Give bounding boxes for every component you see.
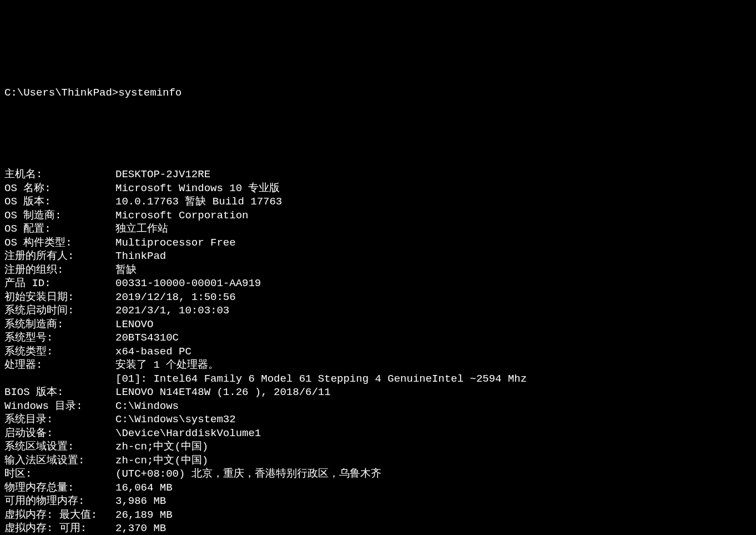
output-line: OS 版本:10.0.17763 暂缺 Build 17763 (4, 195, 752, 209)
output-line: 系统类型:x64-based PC (4, 345, 752, 359)
output-label: 物理内存总量: (4, 481, 115, 495)
output-label: OS 制造商: (4, 209, 115, 223)
output-value: 2,370 MB (115, 522, 166, 535)
output-line: 输入法区域设置:zh-cn;中文(中国) (4, 454, 752, 468)
output-line: 虚拟内存: 最大值:26,189 MB (4, 508, 752, 522)
terminal-output[interactable]: C:\Users\ThinkPad>systeminfo 主机名:DESKTOP… (4, 59, 752, 535)
output-line: 系统制造商:LENOVO (4, 318, 752, 332)
output-label: OS 名称: (4, 182, 115, 196)
output-line: Windows 目录:C:\Windows (4, 399, 752, 413)
output-value: ThinkPad (115, 249, 166, 263)
output-line: OS 名称:Microsoft Windows 10 专业版 (4, 182, 752, 196)
output-line: 系统区域设置:zh-cn;中文(中国) (4, 440, 752, 454)
output-label: 输入法区域设置: (4, 454, 115, 468)
output-value: zh-cn;中文(中国) (115, 440, 208, 454)
output-line: 物理内存总量:16,064 MB (4, 481, 752, 495)
output-line: OS 构件类型:Multiprocessor Free (4, 236, 752, 250)
output-line: 系统启动时间:2021/3/1, 10:03:03 (4, 304, 752, 318)
blank-line (4, 127, 752, 141)
output-value: zh-cn;中文(中国) (115, 454, 208, 468)
output-label: 启动设备: (4, 427, 115, 441)
output-line: 可用的物理内存:3,986 MB (4, 494, 752, 508)
command-prompt-line: C:\Users\ThinkPad>systeminfo (4, 86, 752, 100)
output-value: 独立工作站 (115, 222, 168, 236)
output-line: 注册的所有人:ThinkPad (4, 249, 752, 263)
output-value: 暂缺 (115, 263, 137, 277)
output-line: 产品 ID:00331-10000-00001-AA919 (4, 277, 752, 291)
output-line: 注册的组织:暂缺 (4, 263, 752, 277)
output-value: C:\Windows\system32 (115, 413, 236, 427)
output-label: 初始安装日期: (4, 291, 115, 304)
output-label: 处理器: (4, 358, 115, 372)
output-label: 可用的物理内存: (4, 494, 115, 508)
output-label: 注册的所有人: (4, 249, 115, 263)
output-value: Microsoft Corporation (115, 209, 248, 223)
output-line: 时区:(UTC+08:00) 北京，重庆，香港特别行政区，乌鲁木齐 (4, 467, 752, 481)
output-label: Windows 目录: (4, 399, 115, 413)
output-line: 启动设备:\Device\HarddiskVolume1 (4, 427, 752, 441)
output-label: 系统目录: (4, 413, 115, 427)
output-label: BIOS 版本: (4, 386, 115, 399)
output-label (4, 372, 115, 386)
prompt-text: C:\Users\ThinkPad>systeminfo (4, 86, 182, 100)
output-value: 3,986 MB (115, 494, 166, 508)
output-value: 10.0.17763 暂缺 Build 17763 (115, 195, 282, 209)
output-line: 初始安装日期:2019/12/18, 1:50:56 (4, 291, 752, 304)
output-label: OS 配置: (4, 222, 115, 236)
output-line: OS 制造商:Microsoft Corporation (4, 209, 752, 223)
output-value: DESKTOP-2JV12RE (115, 168, 210, 182)
output-value: 安装了 1 个处理器。 (115, 358, 219, 372)
output-label: 系统型号: (4, 331, 115, 345)
output-line: 虚拟内存: 可用:2,370 MB (4, 522, 752, 535)
output-label: 注册的组织: (4, 263, 115, 277)
output-line: 系统型号:20BTS4310C (4, 331, 752, 345)
output-value: LENOVO N14ET48W (1.26 ), 2018/6/11 (115, 386, 331, 399)
output-line: 主机名:DESKTOP-2JV12RE (4, 168, 752, 182)
output-value: 20BTS4310C (115, 331, 179, 345)
output-label: OS 版本: (4, 195, 115, 209)
output-label: 系统启动时间: (4, 304, 115, 318)
output-value: 16,064 MB (115, 481, 173, 495)
output-value: 26,189 MB (115, 508, 173, 522)
output-value: 00331-10000-00001-AA919 (115, 277, 261, 291)
output-value: (UTC+08:00) 北京，重庆，香港特别行政区，乌鲁木齐 (115, 467, 381, 481)
output-label: 系统类型: (4, 345, 115, 359)
output-value: Microsoft Windows 10 专业版 (115, 182, 280, 196)
output-label: 虚拟内存: 可用: (4, 522, 115, 535)
output-label: 时区: (4, 467, 115, 481)
output-label: 主机名: (4, 168, 115, 182)
output-label: 产品 ID: (4, 277, 115, 291)
output-value: C:\Windows (115, 399, 179, 413)
output-value: 2019/12/18, 1:50:56 (115, 291, 236, 304)
output-line: 系统目录:C:\Windows\system32 (4, 413, 752, 427)
output-label: OS 构件类型: (4, 236, 115, 250)
output-value: \Device\HarddiskVolume1 (115, 427, 261, 441)
output-line: [01]: Intel64 Family 6 Model 61 Stepping… (4, 372, 752, 386)
output-line: OS 配置:独立工作站 (4, 222, 752, 236)
output-value: [01]: Intel64 Family 6 Model 61 Stepping… (115, 372, 527, 386)
output-value: 2021/3/1, 10:03:03 (115, 304, 229, 318)
output-value: Multiprocessor Free (115, 236, 236, 250)
output-label: 虚拟内存: 最大值: (4, 508, 115, 522)
output-line: BIOS 版本:LENOVO N14ET48W (1.26 ), 2018/6/… (4, 386, 752, 399)
output-line: 处理器:安装了 1 个处理器。 (4, 358, 752, 372)
output-label: 系统区域设置: (4, 440, 115, 454)
systeminfo-output: 主机名:DESKTOP-2JV12REOS 名称:Microsoft Windo… (4, 168, 752, 535)
output-value: x64-based PC (115, 345, 191, 359)
output-label: 系统制造商: (4, 318, 115, 332)
output-value: LENOVO (115, 318, 153, 332)
